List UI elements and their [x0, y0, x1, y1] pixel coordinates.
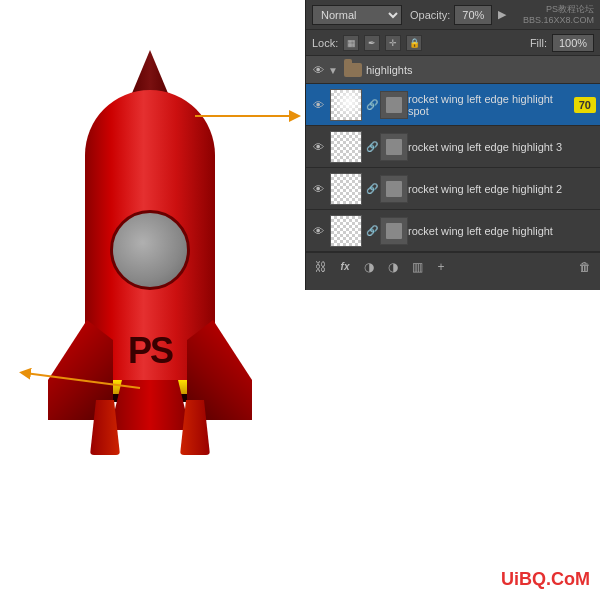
layer-3-mask [380, 217, 408, 245]
fill-input[interactable]: 100% [552, 34, 594, 52]
layer-3-link: 🔗 [366, 225, 378, 236]
layer-1-link: 🔗 [366, 141, 378, 152]
adjustments-button[interactable]: ◑ [384, 258, 402, 276]
layer-3-name: rocket wing left edge highlight [408, 225, 596, 237]
layer-2-link: 🔗 [366, 183, 378, 194]
lock-position-icon[interactable]: ✛ [385, 35, 401, 51]
layer-row-1[interactable]: 👁 🔗 rocket wing left edge highlight 3 [306, 126, 600, 168]
fill-label: Fill: [530, 37, 547, 49]
layer-row-2[interactable]: 👁 🔗 rocket wing left edge highlight 2 [306, 168, 600, 210]
layer-2-name: rocket wing left edge highlight 2 [408, 183, 596, 195]
group-layers-button[interactable]: ▥ [408, 258, 426, 276]
opacity-input[interactable]: 70% [454, 5, 492, 25]
panel-lock-bar: Lock: ▦ ✒ ✛ 🔒 Fill: 100% [306, 30, 600, 56]
layer-0-mask [380, 91, 408, 119]
lock-pixels-icon[interactable]: ▦ [343, 35, 359, 51]
bottom-arrow [10, 368, 150, 396]
lock-all-icon[interactable]: 🔒 [406, 35, 422, 51]
link-layers-button[interactable]: ⛓ [312, 258, 330, 276]
fx-button[interactable]: fx [336, 258, 354, 276]
layer-0-link: 🔗 [366, 99, 378, 110]
opacity-label: Opacity: [410, 9, 450, 21]
layer-2-thumbnail [330, 173, 362, 205]
panel-bottom-bar: ⛓ fx ◑ ◑ ▥ + 🗑 [306, 252, 600, 280]
layer-1-name: rocket wing left edge highlight 3 [408, 141, 596, 153]
layer-2-mask [380, 175, 408, 203]
layer-row-3[interactable]: 👁 🔗 rocket wing left edge highlight [306, 210, 600, 252]
top-arrow [195, 102, 315, 130]
layer-3-thumbnail [330, 215, 362, 247]
layer-0-name: rocket wing left edge highlight spot [408, 93, 572, 117]
add-mask-button[interactable]: ◑ [360, 258, 378, 276]
canvas-area: PS [0, 0, 305, 600]
layer-0-visibility[interactable]: 👁 [310, 97, 326, 113]
group-expand-icon[interactable]: ▼ [328, 65, 338, 75]
layer-1-visibility[interactable]: 👁 [310, 139, 326, 155]
layer-0-opacity-badge: 70 [574, 97, 596, 113]
watermark-prefix: UiBQ. [501, 569, 551, 589]
layer-0-thumbnail [330, 89, 362, 121]
photoshop-panel: Normal Opacity: 70% ▶ PS教程论坛BBS.16XX8.CO… [305, 0, 600, 290]
layer-group-highlights[interactable]: 👁 ▼ highlights [306, 56, 600, 84]
layer-1-mask [380, 133, 408, 161]
watermark: UiBQ.CoM [501, 569, 590, 590]
layer-1-thumbnail [330, 131, 362, 163]
layer-3-visibility[interactable]: 👁 [310, 223, 326, 239]
new-layer-button[interactable]: + [432, 258, 450, 276]
layer-2-visibility[interactable]: 👁 [310, 181, 326, 197]
panel-top-bar: Normal Opacity: 70% ▶ PS教程论坛BBS.16XX8.CO… [306, 0, 600, 30]
rocket-window [110, 210, 190, 290]
delete-layer-button[interactable]: 🗑 [576, 258, 594, 276]
group-name: highlights [366, 64, 596, 76]
svg-line-3 [25, 373, 140, 388]
rocket-label: PS [110, 330, 190, 372]
blend-mode-select[interactable]: Normal [312, 5, 402, 25]
group-folder-icon [344, 63, 362, 77]
lock-brush-icon[interactable]: ✒ [364, 35, 380, 51]
group-visibility-icon[interactable]: 👁 [310, 62, 326, 78]
watermark-suffix: CoM [551, 569, 590, 589]
lock-label: Lock: [312, 37, 338, 49]
ps-logo: PS教程论坛BBS.16XX8.COM [523, 4, 594, 26]
layer-row-0[interactable]: 👁 🔗 rocket wing left edge highlight spot… [306, 84, 600, 126]
